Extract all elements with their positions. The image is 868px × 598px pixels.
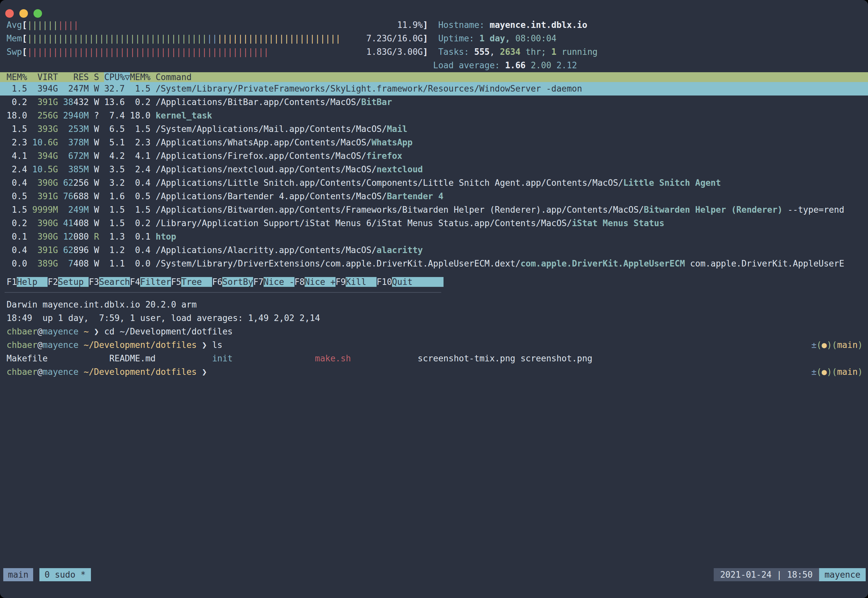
segment-w: [428, 33, 438, 43]
segment-w: 18:49 up 1 day, 7:59, 1 user, load avera…: [7, 313, 320, 323]
segment-w: 080: [73, 232, 94, 242]
segment-grn: (: [816, 367, 822, 377]
segment-fl: Setup: [58, 277, 89, 287]
segment-w: [58, 178, 63, 188]
swp-meter-line: Swp[||||||||||||||||||||||||||||||||||||…: [0, 45, 868, 59]
tmux-window-tab[interactable]: 0 sudo *: [39, 568, 91, 581]
segment-lbl: Load average:: [433, 60, 505, 70]
htop-row[interactable]: 2.3 10.6G 378M W 5.1 2.3 /Applications/W…: [0, 136, 868, 150]
htop-row[interactable]: 0.5 391G 76688 W 1.6 0.5 /Applications/B…: [0, 190, 868, 203]
terminal-window: Avg[|||||||||| 11.9%] Hostname: mayence.…: [0, 0, 868, 598]
segment-wb: [: [22, 33, 27, 43]
segment-w: /Applications/Firefox.app/Contents/MacOS…: [156, 151, 367, 161]
segment-grn: chbaer: [7, 367, 37, 377]
segment-w: 1.3 0.1: [99, 232, 156, 242]
segment-sp: [351, 353, 418, 363]
segment-w: 1.5: [7, 205, 32, 215]
segment-tl: thr;: [520, 47, 551, 57]
segment-fk: F4: [130, 277, 140, 287]
segment-tlb: alacritty: [377, 245, 423, 255]
segment-blu: ±: [811, 340, 816, 350]
prompt-line-cd: chbaer@mayence ~ ❯ cd ~/Development/dotf…: [0, 325, 868, 338]
segment-w: [58, 232, 63, 242]
htop-row[interactable]: 0.1 390G 12080 R 1.3 0.1 htop: [0, 230, 868, 244]
segment-cyn: 10: [32, 138, 42, 147]
tmux-datetime: 2021-01-24 | 18:50: [714, 568, 819, 581]
segment-w: [78, 340, 84, 350]
segment-lbl: mayence: [43, 327, 79, 336]
segment-grn: 391G: [32, 191, 58, 201]
htop-row[interactable]: 1.5 9999M 249M W 1.5 1.5 /Applications/B…: [0, 203, 868, 217]
segment-wb: 555: [474, 47, 490, 57]
segment-cyn: 76: [63, 191, 73, 201]
htop-row[interactable]: 0.2 390G 41408 W 1.5 0.2 /Library/Applic…: [0, 217, 868, 230]
segment-lbl: mayence: [43, 340, 79, 350]
segment-tl: running: [557, 47, 597, 57]
segment-w: W 6.5 1.5: [89, 124, 156, 134]
segment-grn: 390G: [32, 178, 58, 188]
htop-function-key-bar[interactable]: F1Help F2Setup F3SearchF4FilterF5Tree F6…: [0, 277, 868, 287]
segment-w: /System/Library/DriverExtensions/com.app…: [156, 259, 520, 269]
segment-tlb: Bartender 4: [387, 191, 443, 201]
htop-header-row[interactable]: MEM% VIRT RES S CPU%▽MEM% Command: [0, 72, 868, 82]
tmux-session-badge[interactable]: main: [3, 568, 33, 581]
segment-grn: ||||||: [27, 20, 58, 30]
zoom-button[interactable]: [33, 9, 42, 18]
segment-yel: main: [837, 367, 858, 377]
segment-w: @: [37, 367, 43, 377]
htop-row[interactable]: 4.1 394G 672M W 4.2 4.1 /Applications/Fi…: [0, 150, 868, 163]
htop-row[interactable]: 1.5 393G 253M W 6.5 1.5 /System/Applicat…: [0, 123, 868, 136]
segment-cyn: 12: [63, 232, 73, 242]
htop-row[interactable]: 0.0 389G 7408 W 1.1 0.0 /System/Library/…: [0, 257, 868, 271]
segment-grn: .6G: [43, 138, 58, 147]
segment-w: Makefile: [7, 353, 48, 363]
htop-row[interactable]: 0.4 391G 62896 W 1.2 0.4 /Applications/A…: [0, 244, 868, 257]
segment-cyn: 249M: [63, 205, 89, 215]
segment-tlb: WhatsApp: [371, 138, 412, 147]
segment-w: 4.1: [7, 151, 32, 161]
htop-row[interactable]: 2.4 10.5G 385M W 3.5 2.4 /Applications/n…: [0, 163, 868, 176]
segment-fk: F1: [7, 277, 17, 287]
segment-cyn: 385M: [63, 164, 89, 174]
segment-tlb: Mail: [387, 124, 407, 134]
htop-row[interactable]: 0.4 390G 62256 W 3.2 0.4 /Applications/L…: [0, 176, 868, 190]
segment-w: [58, 111, 63, 120]
segment-wb: 1.66: [505, 60, 531, 70]
segment-tlb: 1 day,: [479, 33, 515, 43]
segment-lbl: 2.12: [557, 60, 577, 70]
segment-red: ||||||||||||||||||||||||||||||||||||||||…: [27, 47, 269, 57]
segment-tlb: htop: [156, 232, 176, 242]
segment-grn: 256G: [32, 111, 58, 120]
segment-tl: 08:00:04: [515, 33, 557, 43]
segment-fl: Kill: [346, 277, 377, 287]
segment-w: --type=rend: [783, 205, 844, 215]
avg-meter-line: Avg[|||||||||| 11.9%] Hostname: mayence.…: [0, 18, 868, 32]
segment-w: 0.2: [7, 218, 32, 228]
segment-w: /System/Applications/Mail.app/Contents/M…: [156, 124, 387, 134]
segment-w: [58, 191, 63, 201]
segment-w: /Applications/Alacritty.app/Contents/Mac…: [156, 245, 377, 255]
htop-row-selected[interactable]: 1.5 394G 247M W 32.7 1.5 /System/Library…: [0, 82, 868, 96]
htop-row[interactable]: 18.0 256G 2940M ? 7.4 18.0 kernel_task: [0, 109, 868, 123]
segment-grn: 394G: [32, 151, 58, 161]
segment-w: 2.3: [7, 138, 32, 147]
segment-w: [58, 245, 63, 255]
htop-row[interactable]: 0.2 391G 38432 W 13.6 0.2 /Applications/…: [0, 96, 868, 109]
segment-w: [58, 124, 63, 134]
segment-grn: 391G: [32, 97, 58, 107]
segment-w: ❯: [197, 367, 207, 377]
close-button[interactable]: [5, 9, 14, 18]
segment-sp: [78, 20, 397, 30]
segment-grn: .5G: [43, 164, 58, 174]
prompt-line-current[interactable]: chbaer@mayence ~/Development/dotfiles ❯±…: [0, 365, 868, 379]
segment-yel: ●: [822, 367, 827, 377]
segment-w: ❯ ls: [197, 340, 222, 350]
segment-tl: 2.00: [531, 60, 557, 70]
minimize-button[interactable]: [19, 9, 28, 18]
git-status-indicator: ±(●)(main): [811, 365, 863, 379]
segment-sel: 1.5 394G 247M W 32.7 1.5 /System/Library…: [7, 84, 582, 94]
terminal-content: Avg[|||||||||| 11.9%] Hostname: mayence.…: [0, 18, 868, 379]
segment-wb: [: [22, 20, 27, 30]
segment-blu: ||: [207, 33, 217, 43]
segment-cyn: 62: [63, 245, 73, 255]
